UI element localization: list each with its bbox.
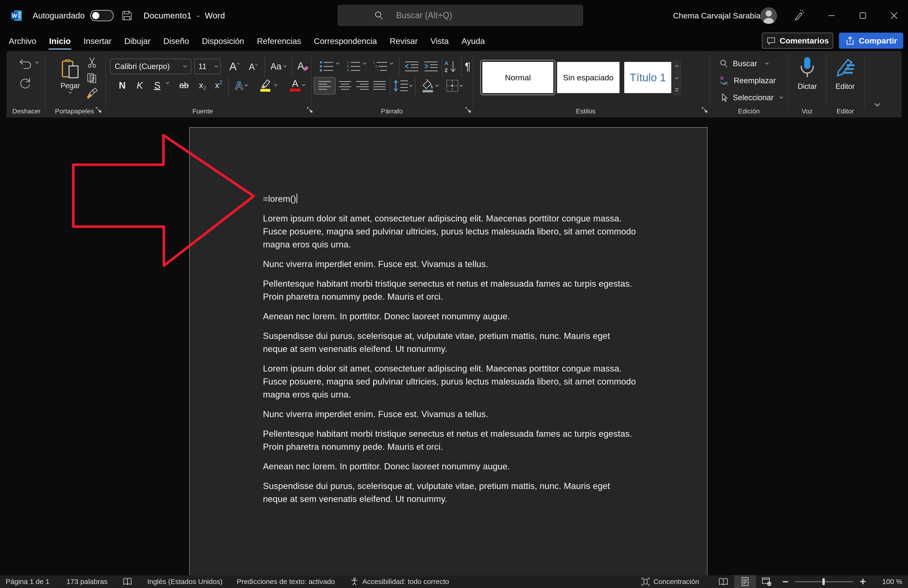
paragraph-dialog-launcher-icon[interactable]: [465, 107, 471, 113]
strikethrough-button[interactable]: ab: [176, 77, 192, 93]
align-center-button[interactable]: [337, 77, 353, 94]
styles-dialog-launcher-icon[interactable]: [702, 107, 708, 113]
style-name: Título 1: [630, 71, 666, 84]
tab-inicio[interactable]: Inicio: [43, 31, 77, 51]
zoom-in-button[interactable]: +: [860, 579, 866, 584]
font-name-select[interactable]: Calibri (Cuerpo): [110, 59, 191, 74]
read-mode-button[interactable]: [712, 575, 734, 588]
zoom-level[interactable]: 100 %: [876, 578, 902, 586]
font-size-select[interactable]: 11: [194, 59, 221, 74]
bold-button[interactable]: N: [115, 77, 130, 93]
autosave-toggle[interactable]: [90, 10, 114, 21]
search-icon: [374, 10, 384, 20]
styles-scroll-down-button[interactable]: [673, 72, 681, 84]
increase-indent-button[interactable]: [422, 58, 441, 75]
tab-archivo[interactable]: Archivo: [2, 31, 43, 51]
dictate-button[interactable]: Dictar: [789, 56, 825, 91]
underline-dropdown-icon[interactable]: [166, 83, 169, 84]
text-effects-button[interactable]: A: [231, 77, 251, 93]
page-indicator[interactable]: Página 1 de 1: [6, 578, 50, 586]
multilevel-list-button[interactable]: 1 a i: [373, 58, 388, 75]
pen-mode-icon[interactable]: [793, 0, 805, 31]
language-indicator[interactable]: Inglés (Estados Unidos): [147, 578, 223, 586]
zoom-out-button[interactable]: −: [782, 579, 789, 584]
tab-correspondencia[interactable]: Correspondencia: [307, 31, 383, 51]
tab-vista[interactable]: Vista: [424, 31, 455, 51]
accessibility-status[interactable]: Accesibilidad: todo correcto: [350, 577, 449, 586]
replace-button[interactable]: b c Reemplazar: [719, 74, 776, 87]
maximize-button[interactable]: [850, 0, 876, 31]
shading-button[interactable]: [418, 77, 441, 95]
undo-dropdown-icon[interactable]: [36, 63, 38, 63]
style-normal[interactable]: Normal: [482, 62, 553, 93]
tab-dibujar[interactable]: Dibujar: [118, 31, 157, 51]
borders-button[interactable]: [443, 77, 465, 95]
search-input[interactable]: Buscar (Alt+Q): [338, 5, 583, 26]
tab-diseno[interactable]: Diseño: [157, 31, 196, 51]
save-button[interactable]: [122, 0, 132, 31]
editor-button[interactable]: Editor: [828, 56, 863, 91]
format-painter-button[interactable]: [84, 87, 100, 100]
sort-button[interactable]: A Z: [444, 58, 459, 75]
shrink-font-button[interactable]: A: [245, 59, 262, 74]
numbering-button[interactable]: 1 2 3: [346, 58, 362, 75]
tab-disposicion[interactable]: Disposición: [196, 31, 251, 51]
decrease-indent-button[interactable]: [403, 58, 421, 75]
multilevel-dropdown-icon[interactable]: [390, 63, 393, 64]
find-button[interactable]: Buscar: [719, 57, 768, 71]
close-button[interactable]: [881, 0, 907, 31]
paste-button[interactable]: Pegar: [55, 55, 85, 97]
pilcrow-button[interactable]: ¶: [462, 58, 473, 75]
tab-referencias[interactable]: Referencias: [251, 31, 307, 51]
font-group-label: Fuente: [179, 107, 226, 115]
web-layout-button[interactable]: [756, 575, 778, 588]
tab-ayuda[interactable]: Ayuda: [455, 31, 491, 51]
paragraph-4: Pellentesque habitant morbi tristique se…: [263, 277, 641, 303]
align-right-button[interactable]: [355, 77, 370, 94]
styles-scroll-up-button[interactable]: [673, 61, 681, 72]
print-layout-button[interactable]: [734, 575, 756, 588]
undo-button[interactable]: [16, 58, 35, 72]
font-dialog-launcher-icon[interactable]: [307, 107, 313, 113]
document-page[interactable]: =lorem()Lorem ipsum dolor sit amet, cons…: [189, 127, 707, 575]
style-ti-tulo-1[interactable]: Título 1: [624, 62, 671, 93]
focus-mode-button[interactable]: Concentración: [641, 577, 699, 586]
proofing-status-icon[interactable]: [123, 577, 132, 586]
cut-button[interactable]: [84, 56, 100, 69]
style-sin-espaciado[interactable]: Sin espaciado: [557, 62, 620, 93]
find-label: Buscar: [733, 59, 757, 68]
highlight-color-button[interactable]: [255, 77, 280, 93]
document-text[interactable]: =lorem()Lorem ipsum dolor sit amet, cons…: [263, 192, 641, 512]
underline-button[interactable]: S: [150, 77, 165, 93]
clear-formatting-button[interactable]: A: [295, 58, 312, 74]
text-predictions[interactable]: Predicciones de texto: activado: [237, 578, 335, 586]
comments-button[interactable]: Comentarios: [762, 33, 833, 49]
zoom-slider[interactable]: [795, 582, 853, 582]
redo-button[interactable]: [16, 75, 35, 90]
line-spacing-button[interactable]: [392, 77, 413, 95]
minimize-button[interactable]: [819, 0, 845, 31]
italic-button[interactable]: K: [133, 77, 147, 93]
align-left-button[interactable]: [314, 77, 335, 95]
word-count[interactable]: 173 palabras: [66, 578, 107, 586]
styles-more-button[interactable]: [673, 84, 681, 95]
tab-revisar[interactable]: Revisar: [383, 31, 424, 51]
ribbon: Deshacer Pegar: [6, 51, 902, 117]
change-case-button[interactable]: Aa: [267, 59, 290, 74]
paste-dropdown-icon: [69, 90, 72, 93]
numbering-dropdown-icon[interactable]: [364, 63, 366, 64]
avatar[interactable]: [760, 7, 777, 24]
justify-button[interactable]: [372, 77, 387, 94]
grow-font-button[interactable]: A: [225, 59, 243, 74]
zoom-slider-handle[interactable]: [823, 578, 825, 585]
collapse-ribbon-icon[interactable]: [872, 100, 883, 109]
subscript-button[interactable]: x 2: [195, 77, 210, 93]
bullets-dropdown-icon[interactable]: [336, 63, 339, 64]
copy-button[interactable]: [84, 72, 100, 84]
superscript-button[interactable]: x 2: [211, 77, 226, 93]
tab-insertar[interactable]: Insertar: [77, 31, 118, 51]
select-button[interactable]: Seleccionar: [719, 91, 782, 104]
font-color-button[interactable]: A: [285, 77, 309, 93]
share-button[interactable]: Compartir: [839, 33, 903, 49]
bullets-button[interactable]: [319, 58, 335, 75]
